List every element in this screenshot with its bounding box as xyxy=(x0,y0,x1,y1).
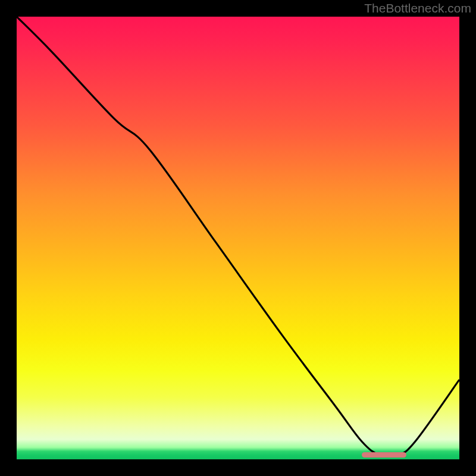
optimal-range-marker xyxy=(362,452,406,458)
chart-background-gradient xyxy=(17,17,459,459)
watermark-text: TheBottleneck.com xyxy=(364,1,471,15)
chart-plot-area xyxy=(17,17,459,459)
